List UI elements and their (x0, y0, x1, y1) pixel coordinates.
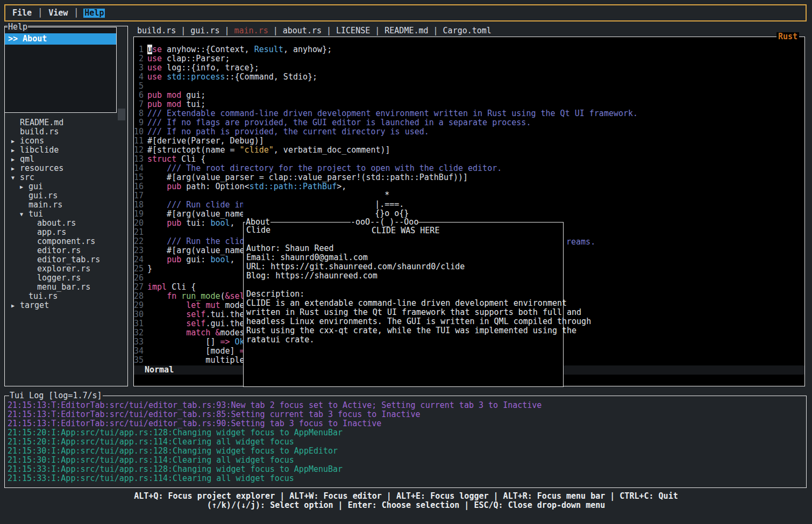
log-entry: 21:15:30:I:App:src/tui/app.rs:128:Changi… (8, 447, 806, 456)
line-number: 35 (134, 356, 144, 365)
about-body-line: Clide (246, 226, 561, 235)
tree-item-label: about.rs (37, 218, 76, 228)
line-number: 32 (134, 328, 144, 338)
keybinding-line-2: (↑/k)/(↓/j): Select option | Enter: Choo… (0, 501, 812, 510)
chevron-right-icon: ▶ (11, 137, 20, 146)
chevron-right-icon: ▶ (11, 164, 20, 173)
tab-build.rs[interactable]: build.rs (137, 26, 176, 35)
tree-item-label: explorer.rs (37, 264, 90, 274)
line-number: 8 (134, 109, 144, 118)
chevron-right-icon: ▶ (11, 146, 20, 155)
about-body-line: URL: https://git.shaunreed.com/shaunrd0/… (246, 262, 561, 271)
text-cursor: u (147, 45, 152, 54)
line-number: 30 (134, 310, 144, 319)
tab-separator: | (181, 26, 186, 35)
tab-gui.rs[interactable]: gui.rs (190, 26, 219, 35)
code-line: 10/// If no path is provided, the curren… (134, 127, 638, 137)
about-body-line: Description: (246, 290, 561, 299)
tree-item-label: editor_tab.rs (37, 255, 100, 264)
log-entries: 21:15:13:T:EditorTab:src/tui/editor_tab.… (5, 396, 806, 483)
app-window: File│View│Help README.mdbuild.rs▶icons▶l… (0, 0, 812, 524)
line-number: 13 (134, 155, 144, 164)
tree-item-gui.rs[interactable]: gui.rs (5, 191, 127, 200)
tree-item-component.rs[interactable]: component.rs (5, 237, 127, 246)
chevron-right-icon: ▶ (20, 182, 29, 191)
log-entry: 21:15:13:T:EditorTab:src/tui/editor_tab.… (8, 401, 806, 410)
keybinding-status-bar: ALT+Q: Focus project explorer | ALT+W: F… (0, 492, 812, 510)
tree-item-resources[interactable]: ▶resources (5, 164, 127, 173)
file-tree: README.mdbuild.rs▶icons▶libclide▶qml▶res… (5, 118, 127, 310)
tree-item-tui.rs[interactable]: tui.rs (5, 292, 127, 301)
log-entry: 21:15:33:I:App:src/tui/app.rs:128:Changi… (8, 465, 806, 474)
code-line: 1use anyhow::{Context, Result, anyhow}; (134, 45, 638, 54)
tree-item-label: target (20, 300, 49, 310)
tree-item-label: menu_bar.rs (37, 282, 90, 292)
tab-LICENSE[interactable]: LICENSE (336, 26, 370, 35)
editor-tab-bar: build.rs|gui.rs|main.rs|about.rs|LICENSE… (137, 26, 492, 35)
tree-item-tui[interactable]: ▼tui (5, 210, 127, 219)
tree-item-main.rs[interactable]: main.rs (5, 200, 127, 210)
tree-item-explorer.rs[interactable]: explorer.rs (5, 264, 127, 274)
tab-about.rs[interactable]: about.rs (283, 26, 322, 35)
tree-item-libclide[interactable]: ▶libclide (5, 146, 127, 155)
line-number: 11 (134, 137, 144, 146)
tree-item-menu_bar.rs[interactable]: menu_bar.rs (5, 283, 127, 292)
tree-item-icons[interactable]: ▶icons (5, 137, 127, 146)
line-number: 7 (134, 100, 144, 109)
log-entry: 21:15:20:I:App:src/tui/app.rs:114:Cleari… (8, 437, 806, 447)
tree-item-src[interactable]: ▼src (5, 173, 127, 182)
tree-item-build.rs[interactable]: build.rs (5, 127, 127, 137)
code-line: 9/// If no flags are provided, the GUI e… (134, 118, 638, 127)
menu-item-view[interactable]: View (47, 9, 69, 18)
tree-item-gui[interactable]: ▶gui (5, 182, 127, 191)
tree-item-label: tui (29, 209, 43, 219)
log-entry: 21:15:33:I:App:src/tui/app.rs:114:Cleari… (8, 474, 806, 483)
code-line: 3use log::{info, trace}; (134, 63, 638, 73)
code-line: 8/// Extendable command-line driven deve… (134, 109, 638, 118)
tree-item-label: editor.rs (37, 246, 81, 255)
line-number: 12 (134, 146, 144, 155)
tree-item-editor.rs[interactable]: editor.rs (5, 246, 127, 255)
tree-item-editor_tab.rs[interactable]: editor_tab.rs (5, 255, 127, 264)
line-number: 28 (134, 292, 144, 301)
tree-item-about.rs[interactable]: about.rs (5, 219, 127, 228)
tree-item-label: tui.rs (29, 291, 58, 301)
tab-separator: | (273, 26, 278, 35)
about-body-line: Email: shaunrd0@gmail.com (246, 253, 561, 262)
tab-separator: | (375, 26, 380, 35)
menu-option-about[interactable]: >> About (5, 33, 116, 45)
code-line: 7pub mod tui; (134, 100, 638, 109)
tree-item-label: app.rs (37, 227, 66, 237)
log-entry: 21:15:30:I:App:src/tui/app.rs:114:Cleari… (8, 456, 806, 465)
explorer-scrollbar-thumb[interactable] (118, 109, 125, 120)
tree-item-logger.rs[interactable]: logger.rs (5, 274, 127, 283)
tree-item-README.md[interactable]: README.md (5, 118, 127, 127)
tree-item-label: src (20, 173, 34, 182)
tree-item-label: qml (20, 154, 34, 164)
tui-log-panel: Tui Log [log=1.7/s] 21:15:13:T:EditorTab… (4, 396, 807, 488)
tree-item-qml[interactable]: ▶qml (5, 155, 127, 164)
tab-main.rs[interactable]: main.rs (234, 26, 268, 35)
tree-item-app.rs[interactable]: app.rs (5, 228, 127, 237)
tree-item-target[interactable]: ▶target (5, 301, 127, 310)
line-number: 23 (134, 246, 144, 255)
menu-item-help[interactable]: Help (83, 9, 105, 18)
code-line: 4use std::process::{Command, Stdio}; (134, 73, 638, 82)
tab-README.md[interactable]: README.md (384, 26, 428, 35)
tree-item-label: icons (20, 136, 44, 146)
menu-item-file[interactable]: File (11, 9, 33, 18)
code-line: 14 /// The root directory for the projec… (134, 164, 638, 173)
code-line: 13struct Cli { (134, 155, 638, 164)
line-number: 24 (134, 255, 144, 264)
menu-separator: │ (38, 9, 42, 18)
ascii-art-figure: * |.===. {}o o{} (351, 191, 409, 218)
line-number: 22 (134, 237, 144, 246)
chevron-down-icon: ▼ (11, 173, 20, 182)
code-line: 6pub mod gui; (134, 91, 638, 100)
tree-item-label: libclide (20, 145, 59, 155)
line-number: 14 (134, 164, 144, 173)
tab-Cargo.toml[interactable]: Cargo.toml (443, 26, 492, 35)
about-body-line: written in Rust using the Qt UI framewor… (246, 308, 561, 317)
log-entry: 21:15:13:T:EditorTab:src/tui/editor_tab.… (8, 410, 806, 419)
line-number: 9 (134, 118, 144, 127)
